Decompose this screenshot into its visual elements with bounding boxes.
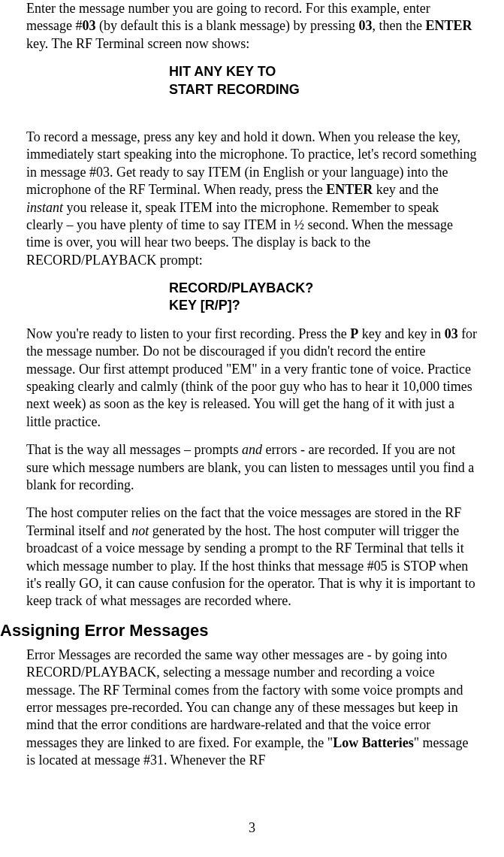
bold-text: 03 <box>82 18 95 33</box>
bold-text: P <box>350 326 358 341</box>
terminal-line: HIT ANY KEY TO <box>169 63 478 80</box>
section-heading: Assigning Error Messages <box>0 621 478 640</box>
bold-text: 03 <box>358 18 372 33</box>
terminal-display-1: HIT ANY KEY TO START RECORDING <box>169 63 478 98</box>
text: key. The RF Terminal screen now shows: <box>26 36 249 51</box>
paragraph-4: That is the way all messages – prompts a… <box>26 441 478 494</box>
bold-text: ENTER <box>425 18 472 33</box>
paragraph-5: The host computer relies on the fact tha… <box>26 504 478 610</box>
italic-text: not <box>131 523 149 538</box>
paragraph-6: Error Messages are recorded the same way… <box>26 647 478 770</box>
paragraph-1: Enter the message number you are going t… <box>26 0 478 53</box>
text: (by default this is a blank message) by … <box>95 18 358 33</box>
text: key and the <box>373 182 438 197</box>
text: That is the way all messages – prompts <box>26 442 242 457</box>
text: you release it, speak ITEM into the micr… <box>26 200 453 268</box>
terminal-line: START RECORDING <box>169 81 478 98</box>
text: key and key in <box>358 326 444 341</box>
text: , then the <box>372 18 425 33</box>
bold-text: Low Batteries <box>333 735 413 750</box>
page-number: 3 <box>0 820 504 836</box>
bold-text: ENTER <box>326 182 373 197</box>
italic-text: and <box>242 442 262 457</box>
terminal-display-2: RECORD/PLAYBACK? KEY [R/P]? <box>169 280 478 315</box>
terminal-line: RECORD/PLAYBACK? <box>169 280 478 297</box>
bold-text: 03 <box>445 326 458 341</box>
text: Now you're ready to listen to your first… <box>26 326 350 341</box>
paragraph-2: To record a message, press any key and h… <box>26 129 478 269</box>
paragraph-3: Now you're ready to listen to your first… <box>26 326 478 431</box>
text: for the message number. Do not be discou… <box>26 326 477 429</box>
italic-text: instant <box>26 200 63 215</box>
terminal-line: KEY [R/P]? <box>169 297 478 314</box>
